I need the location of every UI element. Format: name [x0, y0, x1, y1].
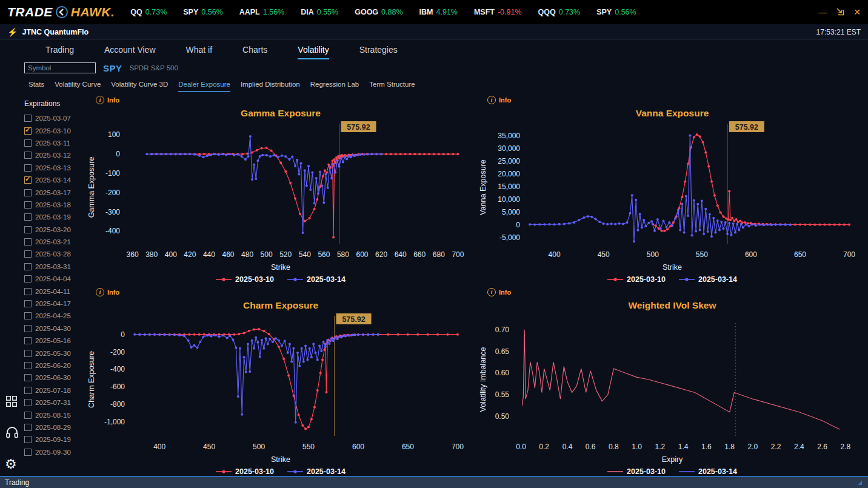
checkbox[interactable] — [24, 226, 32, 233]
checkbox[interactable] — [24, 115, 32, 122]
expiration-2025-03-07[interactable]: 2025-03-07 — [24, 112, 85, 124]
checkbox[interactable] — [24, 275, 32, 282]
expiration-2025-03-18[interactable]: 2025-03-18 — [24, 199, 85, 211]
legend-item-2025-03-14[interactable]: 2025-03-14 — [679, 275, 737, 284]
subtab-term-structure[interactable]: Term Structure — [369, 81, 415, 92]
checkbox[interactable] — [24, 337, 32, 344]
ticker-SPY[interactable]: SPY0.56% — [183, 8, 222, 16]
legend-item-2025-03-10[interactable]: 2025-03-10 — [607, 275, 666, 284]
checkbox[interactable] — [24, 189, 32, 196]
checkbox[interactable] — [24, 449, 32, 456]
charm-exposure-chart[interactable]: 0-200-400-600-800-1,00040045050055060065… — [86, 312, 476, 456]
gamma-exposure-chart[interactable]: 1000-100-200-300-40036038040042044046048… — [86, 120, 476, 264]
ticker-GOOG[interactable]: GOOG0.88% — [355, 8, 402, 16]
ticker-AAPL[interactable]: AAPL1.56% — [239, 8, 284, 16]
checkbox[interactable] — [24, 412, 32, 419]
checkbox[interactable]: ✓ — [24, 176, 32, 184]
checkbox[interactable] — [24, 399, 32, 406]
checkbox[interactable] — [24, 152, 32, 159]
checkbox[interactable] — [24, 139, 32, 147]
subtab-volatility-curve-3d[interactable]: Volatility Curve 3D — [111, 81, 168, 92]
info-button[interactable]: i Info — [96, 288, 119, 296]
headphones-icon[interactable] — [5, 425, 19, 440]
ticker-SPY[interactable]: SPY0.56% — [596, 8, 636, 16]
expiration-2025-04-04[interactable]: 2025-04-04 — [24, 273, 85, 285]
checkbox[interactable] — [24, 387, 32, 394]
info-button[interactable]: i Info — [487, 288, 511, 296]
info-button[interactable]: i Info — [487, 96, 511, 104]
info-button[interactable]: i Info — [96, 96, 119, 104]
dashboard-grid-icon[interactable] — [5, 395, 18, 408]
expiration-2025-03-17[interactable]: 2025-03-17 — [24, 186, 85, 198]
checkbox[interactable] — [24, 436, 32, 443]
legend-item-2025-03-14[interactable]: 2025-03-14 — [679, 467, 737, 476]
expiration-2025-05-16[interactable]: 2025-05-16 — [24, 335, 85, 347]
checkbox[interactable] — [24, 213, 32, 221]
tab-volatility[interactable]: Volatility — [298, 45, 329, 59]
legend-item-2025-03-14[interactable]: 2025-03-14 — [287, 467, 346, 476]
legend-item-2025-03-10[interactable]: 2025-03-10 — [216, 275, 274, 284]
checkbox[interactable] — [24, 300, 32, 307]
expiration-2025-03-28[interactable]: 2025-03-28 — [24, 248, 85, 260]
checkbox[interactable] — [24, 350, 32, 357]
ticker-DIA[interactable]: DIA0.55% — [301, 8, 338, 16]
checkbox[interactable] — [24, 263, 32, 270]
ticker-IBM[interactable]: IBM4.91% — [419, 8, 458, 16]
expiration-2025-05-30[interactable]: 2025-05-30 — [24, 347, 85, 359]
checkbox[interactable] — [24, 362, 32, 369]
expiration-2025-09-19[interactable]: 2025-09-19 — [24, 433, 85, 446]
vanna-exposure-chart[interactable]: 35,00030,00025,00020,00015,00010,0005,00… — [478, 120, 868, 264]
restore-button[interactable] — [836, 7, 844, 18]
expiration-2025-06-20[interactable]: 2025-06-20 — [24, 359, 85, 372]
tab-trading[interactable]: Trading — [45, 45, 74, 59]
checkbox[interactable] — [24, 424, 32, 431]
checkbox[interactable] — [24, 312, 32, 319]
expiration-2025-03-31[interactable]: 2025-03-31 — [24, 261, 85, 273]
checkbox[interactable]: ✓ — [24, 127, 32, 135]
symbol-input[interactable] — [24, 62, 96, 73]
expiration-2025-04-30[interactable]: 2025-04-30 — [24, 323, 85, 335]
expiration-2025-03-20[interactable]: 2025-03-20 — [24, 224, 85, 236]
subtab-regression-lab[interactable]: Regression Lab — [310, 81, 359, 92]
legend-item-2025-03-10[interactable]: 2025-03-10 — [607, 467, 666, 476]
subtab-volatility-curve[interactable]: Volatility Curve — [55, 81, 101, 92]
checkbox[interactable] — [24, 374, 32, 381]
expiration-2025-03-21[interactable]: 2025-03-21 — [24, 236, 85, 248]
checkbox[interactable] — [24, 288, 32, 295]
expiration-2025-07-31[interactable]: 2025-07-31 — [24, 396, 85, 409]
weighted-ivol-skew-chart[interactable]: 0.700.650.600.550.500.00.20.40.60.81.01.… — [478, 312, 868, 456]
tab-charts[interactable]: Charts — [242, 45, 267, 59]
subtab-dealer-exposure[interactable]: Dealer Exposure — [178, 81, 230, 92]
ticker-MSFT[interactable]: MSFT-0.91% — [474, 8, 522, 16]
subtab-stats[interactable]: Stats — [28, 81, 44, 92]
checkbox[interactable] — [24, 325, 32, 332]
ticker-QQ[interactable]: QQ0.73% — [130, 8, 167, 16]
expiration-2025-03-10[interactable]: ✓2025-03-10 — [24, 124, 85, 136]
checkbox[interactable] — [24, 164, 32, 172]
resize-grip-icon[interactable] — [853, 481, 862, 485]
checkbox[interactable] — [24, 250, 32, 258]
expiration-2025-06-30[interactable]: 2025-06-30 — [24, 372, 85, 384]
expiration-2025-03-19[interactable]: 2025-03-19 — [24, 211, 85, 223]
expiration-2025-08-15[interactable]: 2025-08-15 — [24, 409, 85, 421]
legend-item-2025-03-14[interactable]: 2025-03-14 — [287, 275, 346, 284]
expiration-2025-04-17[interactable]: 2025-04-17 — [24, 298, 85, 310]
expiration-2025-07-18[interactable]: 2025-07-18 — [24, 384, 85, 396]
expiration-2025-04-11[interactable]: 2025-04-11 — [24, 285, 85, 297]
subtab-implied-distribution[interactable]: Implied Distribution — [241, 81, 300, 92]
ticker-QQQ[interactable]: QQQ0.73% — [538, 8, 581, 16]
tab-account-view[interactable]: Account View — [104, 45, 156, 59]
close-button[interactable]: ✕ — [853, 7, 861, 17]
expiration-2025-08-29[interactable]: 2025-08-29 — [24, 421, 85, 433]
tab-what-if[interactable]: What if — [186, 45, 213, 59]
expiration-2025-09-30[interactable]: 2025-09-30 — [24, 446, 85, 458]
tab-strategies[interactable]: Strategies — [359, 45, 398, 59]
expiration-2025-03-13[interactable]: 2025-03-13 — [24, 162, 85, 174]
expiration-2025-03-14[interactable]: ✓2025-03-14 — [24, 174, 85, 186]
expiration-2025-04-25[interactable]: 2025-04-25 — [24, 310, 85, 322]
gear-icon[interactable]: ⚙ — [5, 458, 17, 471]
checkbox[interactable] — [24, 238, 32, 246]
legend-item-2025-03-10[interactable]: 2025-03-10 — [216, 467, 274, 476]
minimize-button[interactable]: — — [818, 7, 827, 17]
expiration-2025-03-11[interactable]: 2025-03-11 — [24, 137, 85, 149]
